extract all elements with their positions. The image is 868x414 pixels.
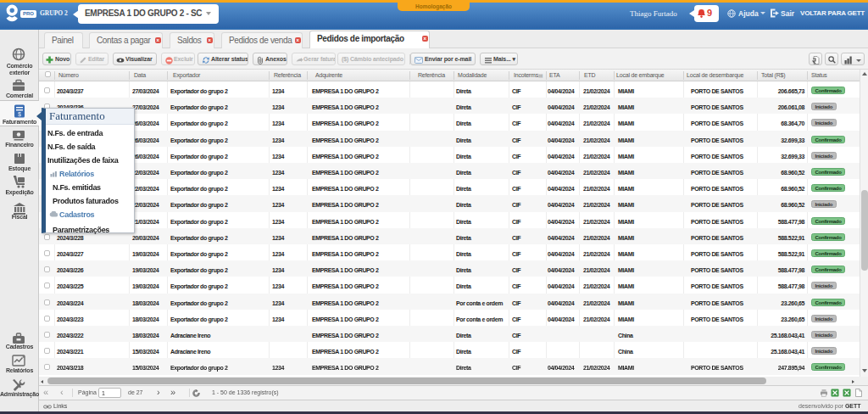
svg-text:$: $: [18, 111, 21, 117]
